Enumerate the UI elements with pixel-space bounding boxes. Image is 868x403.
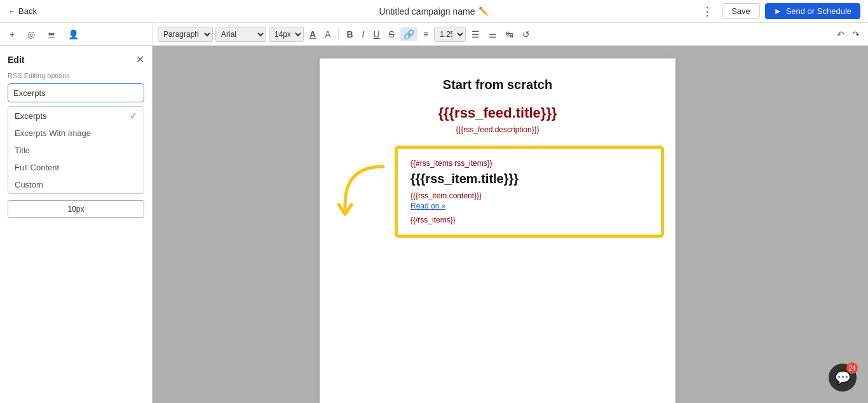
dropdown-item-title[interactable]: Title	[8, 142, 144, 159]
redo-button[interactable]: ↷	[849, 27, 863, 41]
sidebar: Edit ✕ RSS Editing options Excerpts ✓ Ex…	[0, 46, 153, 403]
strikethrough-button[interactable]: S	[386, 27, 398, 41]
left-toolbar-area: + ◎ ≣ 👤	[0, 23, 153, 46]
sidebar-header: Edit ✕	[8, 53, 144, 65]
dropdown-item-excerpts[interactable]: Excerpts ✓	[8, 107, 144, 125]
kebab-menu-button[interactable]: ⋮	[698, 3, 717, 20]
toolbar-area: Paragraph Arial 14px A A B I U S 🔗 ≡ 1.2…	[153, 23, 868, 46]
chat-badge[interactable]: 💬 24	[829, 364, 857, 392]
paragraph-select[interactable]: Paragraph	[158, 27, 213, 42]
back-button[interactable]: ← Back	[8, 6, 37, 16]
save-button[interactable]: Save	[722, 3, 760, 19]
rss-content-block: {{#rss_items rss_items}} {{{rss_item.tit…	[396, 147, 663, 236]
undo-button[interactable]: ↶	[834, 27, 848, 41]
toolbar-divider-1	[338, 28, 339, 41]
rss-item-title: {{{rss_item.title}}}	[410, 172, 648, 186]
back-arrow-icon: ←	[8, 6, 16, 16]
dropdown-item-label: Excerpts	[15, 111, 47, 121]
arrow-icon	[332, 154, 396, 230]
indent-button[interactable]: ↹	[503, 27, 517, 41]
main-toolbar: Paragraph Arial 14px A A B I U S 🔗 ≡ 1.2…	[153, 23, 868, 46]
highlight-button[interactable]: A	[322, 27, 334, 41]
font-select[interactable]: Arial	[215, 27, 266, 42]
spacing-input[interactable]	[8, 200, 144, 218]
bold-button[interactable]: B	[343, 27, 356, 41]
dropdown-item-label: Title	[15, 146, 30, 155]
rss-section-label: RSS Editing options	[8, 72, 144, 79]
top-nav-right: ⋮ Save ► Send or Schedule	[698, 3, 860, 20]
right-panel	[843, 46, 868, 403]
campaign-title-area: Untitled campaign name ✏️	[379, 6, 489, 17]
font-color-button[interactable]: A	[306, 27, 319, 41]
top-nav-left: ← Back	[8, 6, 37, 16]
link-button[interactable]: 🔗	[400, 27, 417, 41]
rss-block-container: {{#rss_items rss_items}} {{{rss_item.tit…	[332, 147, 663, 236]
rss-feed-desc: {{{rss_feed.description}}}	[332, 125, 663, 134]
italic-button[interactable]: I	[359, 27, 368, 41]
back-label: Back	[18, 6, 37, 16]
rss-feed-title: {{{rss_feed.title}}}	[332, 105, 663, 121]
main-layout: Edit ✕ RSS Editing options Excerpts ✓ Ex…	[0, 46, 868, 403]
user-icon-button[interactable]: 👤	[65, 27, 82, 41]
dropdown-item-label: Custom	[15, 180, 43, 189]
dropdown-item-label: Excerpts With Image	[15, 128, 91, 138]
canvas-area: Start from scratch {{{rss_feed.title}}} …	[153, 46, 843, 403]
undo-redo-group: ↶ ↷	[834, 27, 863, 41]
email-canvas: Start from scratch {{{rss_feed.title}}} …	[320, 58, 675, 403]
check-icon: ✓	[130, 111, 137, 121]
rss-editing-input[interactable]	[8, 83, 144, 102]
close-sidebar-button[interactable]: ✕	[136, 53, 144, 65]
send-icon: ►	[774, 6, 782, 16]
dropdown-item-custom[interactable]: Custom	[8, 176, 144, 193]
align-button[interactable]: ≡	[420, 27, 431, 41]
dropdown-item-full-content[interactable]: Full Content	[8, 159, 144, 176]
layers-icon-button[interactable]: ◎	[24, 27, 38, 41]
dropdown-item-excerpts-image[interactable]: Excerpts With Image	[8, 125, 144, 142]
unordered-list-button[interactable]: ⚌	[485, 27, 500, 41]
edit-pencil-icon[interactable]: ✏️	[478, 6, 489, 16]
dropdown-item-label: Full Content	[15, 163, 59, 172]
outdent-button[interactable]: ↺	[519, 27, 533, 41]
rss-items-open: {{#rss_items rss_items}}	[410, 159, 648, 168]
rss-items-close: {{/rss_items}}	[410, 215, 648, 224]
second-row: + ◎ ≣ 👤 Paragraph Arial 14px A A B I U S…	[0, 23, 868, 46]
line-height-select[interactable]: 1.25	[434, 27, 466, 42]
send-or-schedule-button[interactable]: ► Send or Schedule	[765, 3, 860, 19]
underline-button[interactable]: U	[370, 27, 383, 41]
send-label: Send or Schedule	[786, 6, 851, 16]
email-title: Start from scratch	[332, 78, 663, 92]
add-icon-button[interactable]: +	[6, 27, 18, 41]
size-select[interactable]: 14px	[269, 27, 304, 42]
rss-item-content: {{{rss_item.content}}}	[410, 191, 648, 200]
top-nav: ← Back Untitled campaign name ✏️ ⋮ Save …	[0, 0, 868, 23]
rss-dropdown-list: Excerpts ✓ Excerpts With Image Title Ful…	[8, 106, 144, 194]
read-on-link[interactable]: Read on »	[410, 202, 648, 210]
filter-icon-button[interactable]: ≣	[44, 27, 58, 41]
chat-badge-count: 24	[846, 362, 858, 374]
left-toolbar: + ◎ ≣ 👤	[0, 23, 153, 46]
campaign-title: Untitled campaign name	[379, 6, 475, 17]
sidebar-title: Edit	[8, 55, 24, 65]
ordered-list-button[interactable]: ☰	[468, 27, 483, 41]
